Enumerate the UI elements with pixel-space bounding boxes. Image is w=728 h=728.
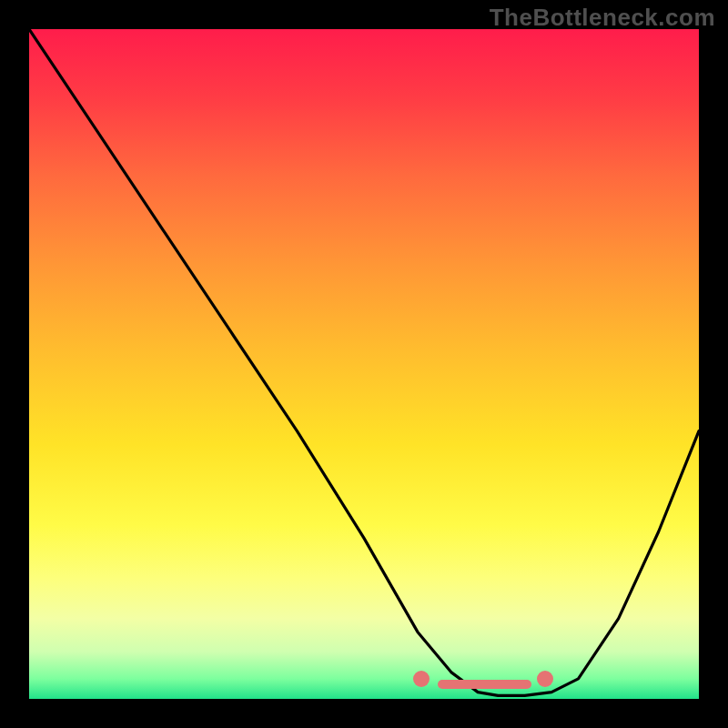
bottleneck-curve <box>29 29 699 699</box>
highlight-segment <box>438 680 531 689</box>
highlight-dot-start <box>413 671 430 687</box>
chart-frame: TheBottleneck.com <box>0 0 728 728</box>
plot-area <box>29 29 699 699</box>
watermark-text: TheBottleneck.com <box>490 4 715 32</box>
highlight-dot-end <box>537 671 553 687</box>
